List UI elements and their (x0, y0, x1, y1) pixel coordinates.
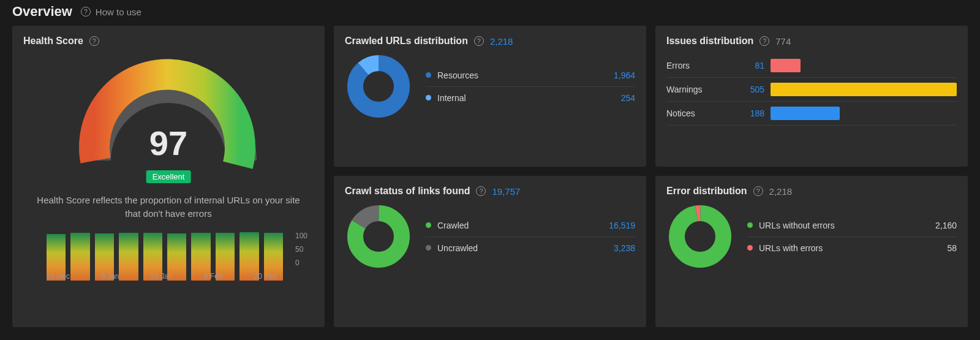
card-error-distribution: Error distribution ? 2,218 URLs without … (655, 176, 968, 327)
card-total[interactable]: 19,757 (492, 186, 520, 197)
spark-ytick: 100 (295, 232, 307, 240)
how-to-use-label: How to use (96, 7, 141, 17)
question-icon[interactable]: ? (760, 36, 769, 46)
card-crawled-urls: Crawled URLs distribution ? 2,218 Resour… (334, 26, 646, 167)
legend-label: Uncrawled (437, 243, 608, 253)
legend-color-dot (426, 245, 431, 251)
question-icon[interactable]: ? (476, 186, 486, 196)
card-total[interactable]: 2,218 (490, 36, 513, 47)
health-history-chart: 100500 26 Dec9 Jan23 Jan6 Feb20 Feb (23, 232, 314, 281)
card-health-score: Health Score ? (12, 26, 325, 327)
page-header: Overview ? How to use (12, 4, 968, 20)
how-to-use-link[interactable]: ? How to use (81, 7, 141, 17)
issue-bar (771, 107, 840, 120)
spark-xaxis: 26 Dec9 Jan23 Jan6 Feb20 Feb (47, 272, 277, 281)
legend-value: 58 (947, 243, 957, 253)
health-score-value: 97 (64, 123, 273, 163)
card-title: Error distribution (666, 186, 747, 197)
legend-row[interactable]: Uncrawled3,238 (426, 236, 635, 259)
issue-count: 188 (731, 108, 764, 118)
issue-bar (771, 59, 801, 72)
card-issues-distribution: Issues distribution ? 774 Errors81Warnin… (655, 26, 968, 167)
card-crawl-status: Crawl status of links found ? 19,757 Cra… (334, 176, 646, 327)
spark-xtick: 23 Jan (151, 272, 173, 281)
issue-row[interactable]: Errors81 (666, 54, 957, 78)
legend-color-dot (747, 245, 753, 251)
issue-count: 81 (731, 61, 764, 70)
legend-value: 1,964 (614, 70, 635, 80)
legend-color-dot (426, 95, 431, 100)
legend-value: 254 (621, 93, 635, 103)
issue-bar-track (771, 59, 957, 72)
legend-label: Crawled (437, 221, 603, 230)
issues-rows: Errors81Warnings505Notices188 (666, 54, 957, 126)
spark-ytick: 50 (295, 245, 303, 254)
legend-value: 3,238 (614, 243, 635, 253)
spark-xtick: 9 Jan (101, 272, 119, 281)
card-title: Issues distribution (666, 36, 753, 47)
issue-bar (771, 83, 957, 96)
issue-label: Errors (666, 61, 725, 70)
card-title: Crawl status of links found (345, 186, 470, 197)
legend-row[interactable]: Resources1,964 (426, 64, 635, 86)
legend-color-dot (426, 222, 431, 228)
legend-value: 16,519 (609, 221, 635, 230)
legend-label: URLs with errors (759, 243, 941, 253)
spark-xtick: 6 Feb (204, 272, 223, 281)
question-icon[interactable]: ? (474, 36, 484, 46)
card-title: Crawled URLs distribution (345, 36, 468, 47)
issue-label: Notices (666, 108, 725, 118)
card-title: Health Score (23, 36, 83, 47)
spark-ytick: 0 (295, 259, 300, 267)
legend-crawled-urls: Resources1,964Internal254 (426, 64, 635, 109)
health-score-badge: Excellent (146, 170, 191, 183)
health-description: Health Score reflects the proportion of … (37, 194, 300, 221)
issue-row[interactable]: Warnings505 (666, 78, 957, 102)
health-gauge: 97 Excellent (64, 56, 273, 191)
question-icon[interactable]: ? (89, 36, 99, 46)
issue-label: Warnings (666, 85, 725, 94)
legend-row[interactable]: URLs without errors2,160 (747, 214, 957, 236)
card-total: 2,218 (769, 186, 793, 197)
legend-color-dot (426, 72, 431, 78)
question-icon: ? (81, 7, 91, 17)
issue-count: 505 (731, 85, 764, 94)
spark-yaxis: 100500 (295, 232, 307, 267)
legend-row[interactable]: URLs with errors58 (747, 236, 957, 259)
legend-label: Internal (437, 93, 615, 103)
legend-value: 2,160 (935, 221, 957, 230)
donut-crawl-status (345, 203, 412, 270)
spark-xtick: 20 Feb (254, 272, 277, 281)
donut-crawled-urls (345, 53, 412, 120)
page-title: Overview (12, 4, 72, 20)
issue-bar-track (771, 107, 957, 120)
legend-row[interactable]: Internal254 (426, 86, 635, 109)
legend-crawl-status: Crawled16,519Uncrawled3,238 (426, 214, 635, 259)
legend-error-dist: URLs without errors2,160URLs with errors… (747, 214, 957, 259)
legend-label: Resources (437, 70, 608, 80)
legend-row[interactable]: Crawled16,519 (426, 214, 635, 236)
donut-error-dist (666, 203, 734, 270)
card-total: 774 (775, 36, 791, 47)
legend-color-dot (747, 222, 753, 228)
legend-label: URLs without errors (759, 221, 929, 230)
issue-bar-track (771, 83, 957, 96)
spark-xtick: 26 Dec (47, 272, 70, 281)
question-icon[interactable]: ? (753, 186, 763, 196)
issue-row[interactable]: Notices188 (666, 102, 957, 126)
